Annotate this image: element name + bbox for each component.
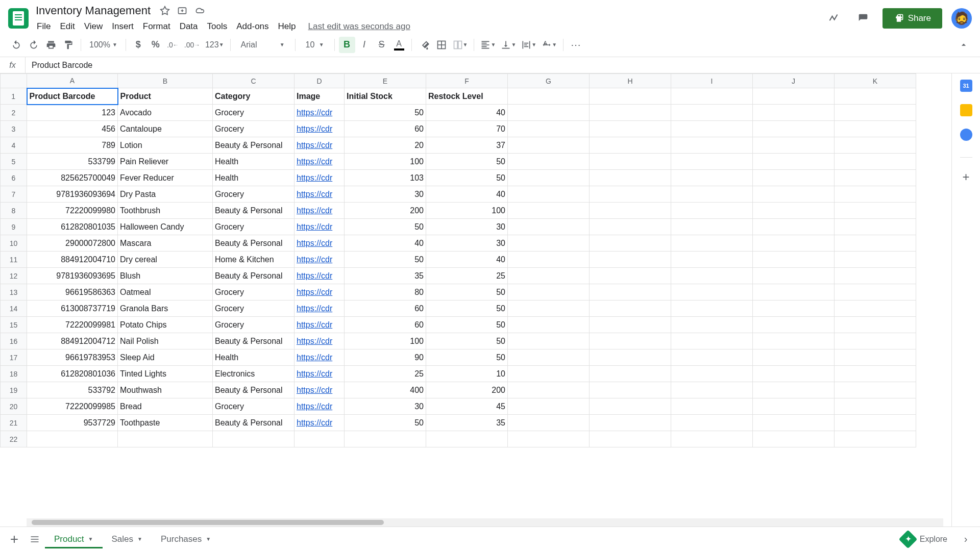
cell-F21[interactable]: 35 [426,415,508,431]
cell-H19[interactable] [590,382,671,398]
add-addon-icon[interactable]: + [960,170,972,182]
col-header-D[interactable]: D [295,74,345,88]
cell-A15[interactable]: 72220099981 [27,317,118,333]
cell-K20[interactable] [835,398,916,415]
cell-G21[interactable] [508,415,590,431]
cell-A22[interactable] [27,431,118,447]
row-header-1[interactable]: 1 [1,88,27,105]
cell-H7[interactable] [590,186,671,203]
cell-G18[interactable] [508,366,590,382]
zoom-select[interactable]: 100% ▼ [85,37,121,53]
menu-file[interactable]: File [33,19,55,34]
cell-A11[interactable]: 884912004710 [27,252,118,268]
cell-B20[interactable]: Bread [118,398,213,415]
increase-decimal-button[interactable]: .00→ [182,37,202,53]
cell-F8[interactable]: 100 [426,203,508,219]
cell-A1[interactable]: Product Barcode [27,88,118,105]
cell-H18[interactable] [590,366,671,382]
cell-J5[interactable] [753,154,835,170]
col-header-F[interactable]: F [426,74,508,88]
cell-E10[interactable]: 40 [345,235,426,252]
cell-C18[interactable]: Electronics [213,366,295,382]
cell-F6[interactable]: 50 [426,170,508,186]
cell-F5[interactable]: 50 [426,154,508,170]
cell-I14[interactable] [671,300,753,317]
cell-C14[interactable]: Grocery [213,300,295,317]
col-header-J[interactable]: J [753,74,835,88]
col-header-G[interactable]: G [508,74,590,88]
cell-D13[interactable]: https://cdr [295,284,345,300]
cell-J21[interactable] [753,415,835,431]
cell-K22[interactable] [835,431,916,447]
cell-F22[interactable] [426,431,508,447]
cell-E4[interactable]: 20 [345,137,426,154]
cell-J8[interactable] [753,203,835,219]
cell-D15[interactable]: https://cdr [295,317,345,333]
col-header-E[interactable]: E [345,74,426,88]
cell-E1[interactable]: Initial Stock [345,88,426,105]
cell-B7[interactable]: Dry Pasta [118,186,213,203]
cell-E14[interactable]: 60 [345,300,426,317]
cell-E18[interactable]: 25 [345,366,426,382]
sheet-tab-sales[interactable]: Sales ▼ [103,530,152,548]
row-header-20[interactable]: 20 [1,398,27,415]
cell-J20[interactable] [753,398,835,415]
cell-J13[interactable] [753,284,835,300]
cell-K5[interactable] [835,154,916,170]
cell-K4[interactable] [835,137,916,154]
cell-J17[interactable] [753,349,835,366]
cell-K1[interactable] [835,88,916,105]
cell-G10[interactable] [508,235,590,252]
menu-help[interactable]: Help [274,19,300,34]
menu-format[interactable]: Format [139,19,175,34]
cell-G22[interactable] [508,431,590,447]
cell-K2[interactable] [835,105,916,121]
cell-H1[interactable] [590,88,671,105]
cell-C13[interactable]: Grocery [213,284,295,300]
text-rotation-button[interactable]: ▼ [540,37,559,53]
col-header-I[interactable]: I [671,74,753,88]
cell-D2[interactable]: https://cdr [295,105,345,121]
fill-color-button[interactable] [416,37,432,53]
cell-H11[interactable] [590,252,671,268]
select-all-corner[interactable] [1,74,27,88]
cell-K7[interactable] [835,186,916,203]
row-header-13[interactable]: 13 [1,284,27,300]
row-header-21[interactable]: 21 [1,415,27,431]
cell-C4[interactable]: Beauty & Personal [213,137,295,154]
move-icon[interactable] [176,5,188,17]
formula-input[interactable]: Product Barcode [26,61,980,70]
cell-A19[interactable]: 533792 [27,382,118,398]
share-button[interactable]: Share [883,8,942,29]
row-header-7[interactable]: 7 [1,186,27,203]
cell-B17[interactable]: Sleep Aid [118,349,213,366]
cell-F2[interactable]: 40 [426,105,508,121]
cell-G13[interactable] [508,284,590,300]
cell-B13[interactable]: Oatmeal [118,284,213,300]
cell-B10[interactable]: Mascara [118,235,213,252]
cell-I16[interactable] [671,333,753,349]
cell-D3[interactable]: https://cdr [295,121,345,137]
cell-E8[interactable]: 200 [345,203,426,219]
cell-B3[interactable]: Cantaloupe [118,121,213,137]
cell-E3[interactable]: 60 [345,121,426,137]
horizontal-scrollbar[interactable] [27,518,943,527]
font-size-select[interactable]: 10 ▼ [300,37,330,53]
cell-J11[interactable] [753,252,835,268]
cell-G19[interactable] [508,382,590,398]
cell-A16[interactable]: 884912004712 [27,333,118,349]
calendar-icon[interactable]: 31 [960,80,972,92]
merge-cells-button[interactable]: ▼ [451,37,470,53]
cell-I7[interactable] [671,186,753,203]
cell-G7[interactable] [508,186,590,203]
cell-F16[interactable]: 50 [426,333,508,349]
last-edit-link[interactable]: Last edit was seconds ago [308,21,410,32]
cell-J14[interactable] [753,300,835,317]
cell-F7[interactable]: 40 [426,186,508,203]
cell-G2[interactable] [508,105,590,121]
cell-B5[interactable]: Pain Reliever [118,154,213,170]
col-header-K[interactable]: K [835,74,916,88]
cell-E22[interactable] [345,431,426,447]
cloud-status-icon[interactable] [193,5,206,17]
cell-C3[interactable]: Grocery [213,121,295,137]
